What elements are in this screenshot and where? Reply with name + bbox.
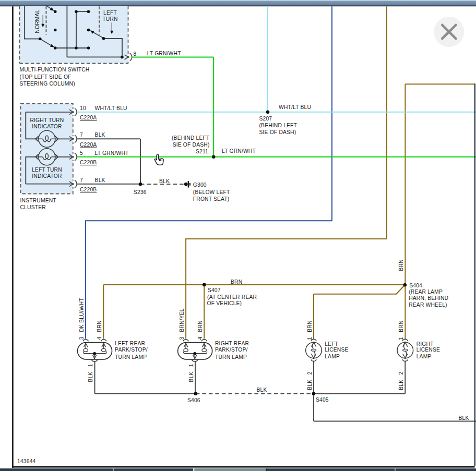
svg-text:LAMP: LAMP (325, 354, 340, 359)
svg-text:BRN: BRN (231, 279, 242, 285)
svg-text:RIGHT REAR: RIGHT REAR (215, 341, 249, 346)
svg-text:WHT/LT BLU: WHT/LT BLU (279, 104, 311, 110)
svg-text:TURN LAMP: TURN LAMP (215, 354, 247, 360)
svg-text:LEFT: LEFT (325, 341, 338, 347)
svg-text:S405: S405 (316, 397, 329, 403)
svg-text:C220A: C220A (80, 142, 97, 148)
svg-text:8: 8 (134, 51, 137, 57)
svg-text:BLK: BLK (159, 178, 170, 184)
svg-text:BLK 2: BLK 2 (398, 372, 404, 390)
svg-text:C220B: C220B (80, 160, 97, 165)
svg-text:C220A: C220A (80, 115, 97, 120)
svg-text:C220B: C220B (80, 187, 97, 192)
svg-text:(BEHIND LEFT: (BEHIND LEFT (259, 123, 298, 128)
svg-text:RIGHT: RIGHT (416, 341, 434, 347)
svg-text:BRN: BRN (398, 259, 404, 271)
svg-text:1 BRN: 1 BRN (398, 320, 404, 340)
svg-text:RIGHT TURN: RIGHT TURN (30, 117, 64, 123)
svg-text:4 BRN: 4 BRN (197, 320, 203, 340)
svg-text:4 BRN: 4 BRN (97, 320, 102, 340)
svg-text:LEFT TURN: LEFT TURN (32, 167, 62, 173)
svg-text:BLK: BLK (95, 132, 105, 138)
svg-text:(TOP LEFT SIDE OF: (TOP LEFT SIDE OF (19, 74, 71, 80)
svg-text:143644: 143644 (17, 458, 36, 464)
svg-text:G300: G300 (193, 182, 207, 188)
svg-text:OF VEHICLE): OF VEHICLE) (207, 300, 242, 306)
svg-text:SIE OF DASH): SIE OF DASH) (259, 129, 296, 135)
svg-text:PARK/STOP/: PARK/STOP/ (215, 347, 248, 353)
svg-text:LT GRN/WHT: LT GRN/WHT (222, 148, 256, 154)
svg-text:MULTI-FUNCTION SWITCH: MULTI-FUNCTION SWITCH (19, 67, 89, 73)
svg-text:LT GRN/WHT: LT GRN/WHT (95, 150, 129, 156)
svg-text:STEERING COLUMN): STEERING COLUMN) (19, 81, 75, 87)
svg-text:(BELOW LEFT: (BELOW LEFT (193, 189, 230, 195)
svg-text:S236: S236 (134, 189, 147, 195)
svg-text:LAMP: LAMP (416, 354, 432, 359)
svg-text:WHT/LT BLU: WHT/LT BLU (95, 105, 127, 111)
svg-text:BLK 2: BLK 2 (307, 372, 313, 390)
svg-text:BLK 1: BLK 1 (88, 364, 93, 382)
svg-text:FRONT SEAT): FRONT SEAT) (193, 196, 230, 202)
svg-text:INDICATOR: INDICATOR (32, 124, 62, 129)
svg-text:BLK 1: BLK 1 (188, 364, 194, 382)
svg-text:3 DK BLU/WHT: 3 DK BLU/WHT (79, 298, 85, 340)
svg-text:NORMAL: NORMAL (34, 9, 40, 33)
svg-text:TURN: TURN (102, 16, 117, 22)
svg-text:LEFT REAR: LEFT REAR (115, 341, 145, 346)
svg-text:LICENSE: LICENSE (325, 347, 348, 353)
svg-text:10: 10 (80, 105, 86, 111)
svg-text:(AT CENTER REAR: (AT CENTER REAR (207, 294, 257, 300)
svg-text:3 BRN/YEL: 3 BRN/YEL (179, 308, 185, 340)
svg-text:BLK: BLK (459, 415, 469, 421)
svg-text:INSTRUMENT: INSTRUMENT (20, 198, 57, 203)
svg-text:1 BRN: 1 BRN (307, 320, 313, 340)
svg-text:SIE OF DASH): SIE OF DASH) (173, 142, 210, 148)
svg-text:LICENSE: LICENSE (416, 347, 440, 353)
svg-text:S407: S407 (208, 287, 221, 293)
svg-text:BLK: BLK (95, 177, 105, 183)
svg-text:S404: S404 (409, 283, 422, 288)
svg-text:REAR WHEEL): REAR WHEEL) (409, 302, 447, 308)
svg-text:S207: S207 (259, 116, 272, 122)
svg-text:7: 7 (80, 132, 83, 138)
svg-text:TURN LAMP: TURN LAMP (115, 354, 147, 360)
svg-text:INDICATOR: INDICATOR (32, 173, 62, 179)
svg-text:LEFT: LEFT (103, 10, 117, 16)
svg-text:5: 5 (80, 150, 83, 156)
svg-text:(REAR LAMP: (REAR LAMP (409, 289, 443, 295)
svg-text:LT GRN/WHT: LT GRN/WHT (147, 51, 181, 56)
svg-text:7: 7 (80, 177, 83, 183)
svg-text:(BEHIND LEFT: (BEHIND LEFT (172, 135, 210, 141)
svg-text:S211: S211 (196, 149, 208, 154)
svg-text:PARK/STOP/: PARK/STOP/ (115, 347, 148, 353)
svg-text:S406: S406 (187, 397, 200, 403)
svg-text:CLUSTER: CLUSTER (20, 204, 46, 210)
svg-text:BLK: BLK (257, 387, 267, 393)
svg-text:HARN, BEHIND: HARN, BEHIND (409, 295, 448, 301)
